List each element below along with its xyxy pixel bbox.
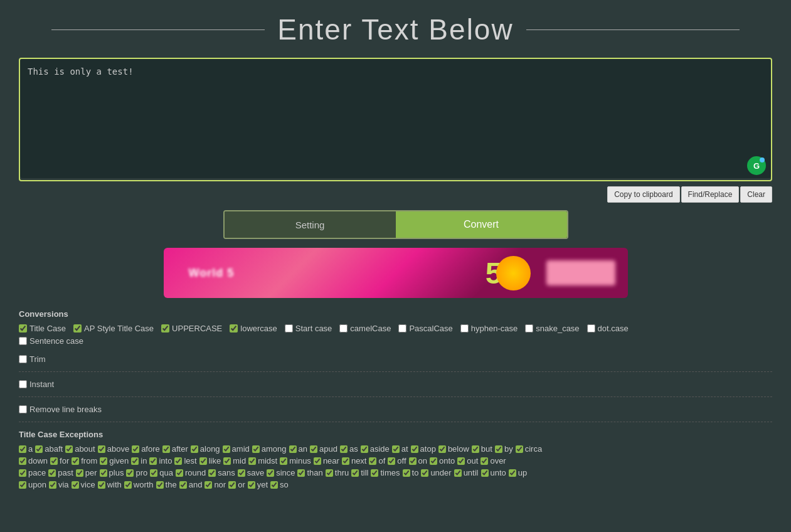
exc-item-but[interactable]: but bbox=[472, 444, 492, 454]
exc-item-like[interactable]: like bbox=[199, 456, 221, 466]
exc-checkbox-out[interactable] bbox=[457, 457, 465, 465]
exc-checkbox-a[interactable] bbox=[19, 445, 26, 453]
grammarly-icon[interactable]: G bbox=[747, 156, 766, 175]
exc-checkbox-than[interactable] bbox=[297, 469, 305, 477]
exc-checkbox-along[interactable] bbox=[191, 445, 198, 453]
conv-snake-case[interactable]: snake_case bbox=[525, 324, 579, 333]
exc-item-of[interactable]: of bbox=[369, 456, 385, 466]
exc-item-apud[interactable]: apud bbox=[310, 444, 337, 454]
exc-checkbox-or[interactable] bbox=[228, 481, 236, 489]
exc-item-till[interactable]: till bbox=[351, 468, 368, 477]
exc-checkbox-at[interactable] bbox=[392, 445, 400, 453]
exc-item-pro[interactable]: pro bbox=[126, 468, 147, 477]
exc-checkbox-to[interactable] bbox=[403, 469, 410, 477]
exc-checkbox-under[interactable] bbox=[421, 469, 428, 477]
exc-checkbox-amid[interactable] bbox=[223, 445, 230, 453]
exc-checkbox-an[interactable] bbox=[289, 445, 297, 453]
exc-item-atop[interactable]: atop bbox=[411, 444, 436, 454]
exc-item-onto[interactable]: onto bbox=[430, 456, 455, 466]
exc-checkbox-apud[interactable] bbox=[310, 445, 317, 453]
exc-item-until[interactable]: until bbox=[454, 468, 479, 477]
exc-item-save[interactable]: save bbox=[238, 468, 264, 477]
exc-checkbox-and[interactable] bbox=[179, 481, 187, 489]
exc-item-than[interactable]: than bbox=[297, 468, 322, 477]
conv-pascal-case[interactable]: PascalCase bbox=[398, 324, 452, 333]
remove-line-breaks-option[interactable]: Remove line breaks bbox=[19, 405, 767, 414]
exc-item-sans[interactable]: sans bbox=[208, 468, 235, 477]
exc-item-given[interactable]: given bbox=[100, 456, 129, 466]
exc-checkbox-in[interactable] bbox=[131, 457, 139, 465]
exc-item-yet[interactable]: yet bbox=[248, 480, 268, 489]
exc-item-plus[interactable]: plus bbox=[100, 468, 124, 477]
conv-sentence-case-checkbox[interactable] bbox=[19, 337, 27, 345]
conv-title-case-checkbox[interactable] bbox=[19, 324, 27, 332]
exc-checkbox-till[interactable] bbox=[351, 469, 359, 477]
main-textarea[interactable] bbox=[20, 59, 771, 178]
exc-item-along[interactable]: along bbox=[191, 444, 220, 454]
exc-checkbox-worth[interactable] bbox=[124, 481, 132, 489]
trim-checkbox[interactable] bbox=[19, 355, 27, 363]
exc-item-afore[interactable]: afore bbox=[132, 444, 160, 454]
instant-checkbox[interactable] bbox=[19, 380, 27, 388]
exc-checkbox-thru[interactable] bbox=[326, 469, 333, 477]
exc-checkbox-by[interactable] bbox=[495, 445, 502, 453]
exc-item-over[interactable]: over bbox=[480, 456, 506, 466]
exc-item-nor[interactable]: nor bbox=[204, 480, 226, 489]
exc-checkbox-on[interactable] bbox=[409, 457, 417, 465]
conv-title-case[interactable]: Title Case bbox=[19, 324, 66, 333]
exc-item-by[interactable]: by bbox=[495, 444, 513, 454]
exc-item-on[interactable]: on bbox=[409, 456, 427, 466]
conv-dot-case-checkbox[interactable] bbox=[587, 324, 595, 332]
exc-item-to[interactable]: to bbox=[403, 468, 419, 477]
exc-item-at[interactable]: at bbox=[392, 444, 408, 454]
exc-checkbox-mid[interactable] bbox=[223, 457, 231, 465]
conv-ap-style[interactable]: AP Style Title Case bbox=[73, 324, 154, 333]
exc-item-minus[interactable]: minus bbox=[280, 456, 311, 466]
exc-item-into[interactable]: into bbox=[149, 456, 172, 466]
exc-checkbox-until[interactable] bbox=[454, 469, 462, 477]
exc-checkbox-into[interactable] bbox=[149, 457, 157, 465]
exc-checkbox-down[interactable] bbox=[19, 457, 26, 465]
conv-hyphen-case[interactable]: hyphen-case bbox=[460, 324, 518, 333]
exc-item-vice[interactable]: vice bbox=[72, 480, 95, 489]
instant-option[interactable]: Instant bbox=[19, 380, 767, 389]
conv-hyphen-case-checkbox[interactable] bbox=[460, 324, 469, 332]
conv-uppercase-checkbox[interactable] bbox=[161, 324, 169, 332]
exc-checkbox-near[interactable] bbox=[314, 457, 321, 465]
exc-checkbox-from[interactable] bbox=[72, 457, 79, 465]
exc-item-upon[interactable]: upon bbox=[19, 480, 46, 489]
exc-item-pace[interactable]: pace bbox=[19, 468, 46, 477]
exc-checkbox-times[interactable] bbox=[371, 469, 378, 477]
exc-checkbox-since[interactable] bbox=[267, 469, 274, 477]
exc-checkbox-above[interactable] bbox=[98, 445, 105, 453]
conv-snake-case-checkbox[interactable] bbox=[525, 324, 533, 332]
exc-item-under[interactable]: under bbox=[421, 468, 451, 477]
exc-item-or[interactable]: or bbox=[228, 480, 245, 489]
exc-item-abaft[interactable]: abaft bbox=[35, 444, 63, 454]
exc-item-lest[interactable]: lest bbox=[174, 456, 196, 466]
exc-checkbox-onto[interactable] bbox=[430, 457, 437, 465]
conv-start-case-checkbox[interactable] bbox=[285, 324, 293, 332]
exc-checkbox-nor[interactable] bbox=[204, 481, 212, 489]
conv-lowercase[interactable]: lowercase bbox=[230, 324, 277, 333]
trim-option[interactable]: Trim bbox=[19, 354, 767, 364]
exc-checkbox-midst[interactable] bbox=[248, 457, 256, 465]
exc-item-off[interactable]: off bbox=[388, 456, 406, 466]
conv-dot-case[interactable]: dot.case bbox=[587, 324, 629, 333]
exc-item-times[interactable]: times bbox=[371, 468, 400, 477]
exc-checkbox-with[interactable] bbox=[98, 481, 105, 489]
exc-checkbox-atop[interactable] bbox=[411, 445, 418, 453]
tab-setting[interactable]: Setting bbox=[225, 211, 396, 238]
exc-checkbox-off[interactable] bbox=[388, 457, 395, 465]
exc-checkbox-for[interactable] bbox=[50, 457, 58, 465]
exc-checkbox-unto[interactable] bbox=[481, 469, 489, 477]
exc-item-in[interactable]: in bbox=[131, 456, 147, 466]
tab-convert[interactable]: Convert bbox=[396, 211, 567, 238]
exc-checkbox-pace[interactable] bbox=[19, 469, 26, 477]
exc-checkbox-below[interactable] bbox=[438, 445, 446, 453]
conv-camel-case-checkbox[interactable] bbox=[339, 324, 348, 332]
exc-item-down[interactable]: down bbox=[19, 456, 48, 466]
exc-checkbox-given[interactable] bbox=[100, 457, 107, 465]
exc-item-past[interactable]: past bbox=[48, 468, 73, 477]
exc-item-as[interactable]: as bbox=[340, 444, 358, 454]
